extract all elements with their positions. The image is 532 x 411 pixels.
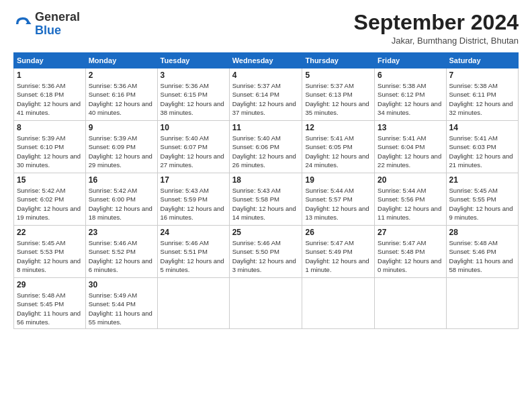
day-info: Sunrise: 5:46 AMSunset: 5:51 PMDaylight:…	[161, 239, 224, 273]
day-number: 24	[161, 228, 226, 237]
table-row: 4 Sunrise: 5:37 AMSunset: 6:14 PMDayligh…	[229, 68, 302, 121]
calendar-table: Sunday Monday Tuesday Wednesday Thursday…	[13, 52, 519, 329]
calendar-week-row: 8 Sunrise: 5:39 AMSunset: 6:10 PMDayligh…	[14, 121, 519, 173]
day-info: Sunrise: 5:42 AMSunset: 6:02 PMDaylight:…	[17, 187, 81, 221]
table-row: 17 Sunrise: 5:43 AMSunset: 5:59 PMDaylig…	[157, 173, 229, 226]
table-row: 25 Sunrise: 5:46 AMSunset: 5:50 PMDaylig…	[229, 226, 302, 278]
day-info: Sunrise: 5:45 AMSunset: 5:53 PMDaylight:…	[17, 239, 81, 273]
day-number: 28	[449, 228, 515, 237]
table-row: 10 Sunrise: 5:40 AMSunset: 6:07 PMDaylig…	[157, 121, 229, 173]
day-number: 16	[89, 175, 154, 185]
day-info: Sunrise: 5:37 AMSunset: 6:13 PMDaylight:…	[305, 82, 369, 116]
table-row: 26 Sunrise: 5:47 AMSunset: 5:49 PMDaylig…	[302, 226, 375, 278]
table-row: 7 Sunrise: 5:38 AMSunset: 6:11 PMDayligh…	[446, 68, 518, 121]
day-number: 2	[89, 71, 154, 80]
day-info: Sunrise: 5:36 AMSunset: 6:18 PMDaylight:…	[17, 82, 81, 116]
table-row: 3 Sunrise: 5:36 AMSunset: 6:15 PMDayligh…	[157, 68, 229, 121]
day-info: Sunrise: 5:37 AMSunset: 6:14 PMDaylight:…	[232, 82, 296, 116]
table-row: 20 Sunrise: 5:44 AMSunset: 5:56 PMDaylig…	[375, 173, 446, 226]
table-row: 14 Sunrise: 5:41 AMSunset: 6:03 PMDaylig…	[446, 121, 518, 173]
day-info: Sunrise: 5:38 AMSunset: 6:12 PMDaylight:…	[378, 82, 441, 116]
day-number: 12	[305, 123, 371, 132]
day-number: 9	[89, 123, 154, 132]
day-info: Sunrise: 5:43 AMSunset: 5:58 PMDaylight:…	[232, 187, 296, 221]
location-subtitle: Jakar, Bumthang District, Bhutan	[354, 36, 519, 46]
table-row	[446, 278, 518, 329]
table-row: 15 Sunrise: 5:42 AMSunset: 6:02 PMDaylig…	[14, 173, 86, 226]
col-friday: Friday	[375, 53, 446, 68]
table-row: 18 Sunrise: 5:43 AMSunset: 5:58 PMDaylig…	[229, 173, 302, 226]
day-info: Sunrise: 5:43 AMSunset: 5:59 PMDaylight:…	[161, 187, 224, 221]
header: General Blue September 2024 Jakar, Bumth…	[13, 11, 519, 46]
day-info: Sunrise: 5:46 AMSunset: 5:52 PMDaylight:…	[89, 239, 152, 273]
day-info: Sunrise: 5:47 AMSunset: 5:48 PMDaylight:…	[378, 239, 441, 273]
day-number: 1	[17, 71, 83, 80]
calendar-week-row: 15 Sunrise: 5:42 AMSunset: 6:02 PMDaylig…	[14, 173, 519, 226]
table-row: 11 Sunrise: 5:40 AMSunset: 6:06 PMDaylig…	[229, 121, 302, 173]
col-saturday: Saturday	[446, 53, 518, 68]
day-info: Sunrise: 5:48 AMSunset: 5:46 PMDaylight:…	[449, 239, 513, 273]
table-row: 24 Sunrise: 5:46 AMSunset: 5:51 PMDaylig…	[157, 226, 229, 278]
day-number: 15	[17, 175, 83, 185]
table-row: 13 Sunrise: 5:41 AMSunset: 6:04 PMDaylig…	[375, 121, 446, 173]
table-row: 19 Sunrise: 5:44 AMSunset: 5:57 PMDaylig…	[302, 173, 375, 226]
calendar-week-row: 1 Sunrise: 5:36 AMSunset: 6:18 PMDayligh…	[14, 68, 519, 121]
table-row: 16 Sunrise: 5:42 AMSunset: 6:00 PMDaylig…	[85, 173, 157, 226]
title-block: September 2024 Jakar, Bumthang District,…	[354, 11, 519, 46]
table-row: 29 Sunrise: 5:48 AMSunset: 5:45 PMDaylig…	[14, 278, 86, 329]
table-row: 12 Sunrise: 5:41 AMSunset: 6:05 PMDaylig…	[302, 121, 375, 173]
day-number: 21	[449, 175, 515, 185]
col-sunday: Sunday	[14, 53, 86, 68]
table-row: 27 Sunrise: 5:47 AMSunset: 5:48 PMDaylig…	[375, 226, 446, 278]
day-info: Sunrise: 5:47 AMSunset: 5:49 PMDaylight:…	[305, 239, 369, 273]
day-number: 18	[232, 175, 300, 185]
logo-text: General Blue	[35, 11, 80, 38]
day-info: Sunrise: 5:39 AMSunset: 6:09 PMDaylight:…	[89, 134, 152, 169]
day-info: Sunrise: 5:39 AMSunset: 6:10 PMDaylight:…	[17, 134, 81, 169]
table-row: 28 Sunrise: 5:48 AMSunset: 5:46 PMDaylig…	[446, 226, 518, 278]
day-number: 3	[161, 71, 226, 80]
day-info: Sunrise: 5:44 AMSunset: 5:57 PMDaylight:…	[305, 187, 369, 221]
day-number: 17	[161, 175, 226, 185]
table-row: 1 Sunrise: 5:36 AMSunset: 6:18 PMDayligh…	[14, 68, 86, 121]
day-info: Sunrise: 5:49 AMSunset: 5:44 PMDaylight:…	[89, 291, 152, 326]
day-info: Sunrise: 5:44 AMSunset: 5:56 PMDaylight:…	[378, 187, 441, 221]
day-info: Sunrise: 5:40 AMSunset: 6:07 PMDaylight:…	[161, 134, 224, 169]
day-number: 30	[89, 280, 154, 289]
day-info: Sunrise: 5:40 AMSunset: 6:06 PMDaylight:…	[232, 134, 296, 169]
day-number: 14	[449, 123, 515, 132]
col-wednesday: Wednesday	[229, 53, 302, 68]
day-number: 8	[17, 123, 83, 132]
table-row: 21 Sunrise: 5:45 AMSunset: 5:55 PMDaylig…	[446, 173, 518, 226]
day-number: 23	[89, 228, 154, 237]
calendar-week-row: 29 Sunrise: 5:48 AMSunset: 5:45 PMDaylig…	[14, 278, 519, 329]
day-number: 26	[305, 228, 371, 237]
table-row	[229, 278, 302, 329]
table-row: 9 Sunrise: 5:39 AMSunset: 6:09 PMDayligh…	[85, 121, 157, 173]
day-number: 5	[305, 71, 371, 80]
day-number: 6	[378, 71, 443, 80]
day-number: 13	[378, 123, 443, 132]
col-tuesday: Tuesday	[157, 53, 229, 68]
table-row: 23 Sunrise: 5:46 AMSunset: 5:52 PMDaylig…	[85, 226, 157, 278]
day-info: Sunrise: 5:48 AMSunset: 5:45 PMDaylight:…	[17, 291, 81, 326]
day-info: Sunrise: 5:41 AMSunset: 6:05 PMDaylight:…	[305, 134, 369, 169]
table-row: 6 Sunrise: 5:38 AMSunset: 6:12 PMDayligh…	[375, 68, 446, 121]
day-number: 20	[378, 175, 443, 185]
day-number: 29	[17, 280, 83, 289]
day-number: 7	[449, 71, 515, 80]
day-number: 25	[232, 228, 300, 237]
table-row: 2 Sunrise: 5:36 AMSunset: 6:16 PMDayligh…	[85, 68, 157, 121]
calendar-week-row: 22 Sunrise: 5:45 AMSunset: 5:53 PMDaylig…	[14, 226, 519, 278]
day-info: Sunrise: 5:41 AMSunset: 6:03 PMDaylight:…	[449, 134, 513, 169]
table-row: 30 Sunrise: 5:49 AMSunset: 5:44 PMDaylig…	[85, 278, 157, 329]
table-row: 8 Sunrise: 5:39 AMSunset: 6:10 PMDayligh…	[14, 121, 86, 173]
calendar-header-row: Sunday Monday Tuesday Wednesday Thursday…	[14, 53, 519, 68]
logo-blue: Blue	[35, 24, 61, 37]
page: General Blue September 2024 Jakar, Bumth…	[0, 0, 532, 411]
day-info: Sunrise: 5:36 AMSunset: 6:15 PMDaylight:…	[161, 82, 224, 116]
day-number: 10	[161, 123, 226, 132]
day-info: Sunrise: 5:38 AMSunset: 6:11 PMDaylight:…	[449, 82, 513, 116]
day-info: Sunrise: 5:41 AMSunset: 6:04 PMDaylight:…	[378, 134, 441, 169]
month-title: September 2024	[354, 11, 519, 34]
